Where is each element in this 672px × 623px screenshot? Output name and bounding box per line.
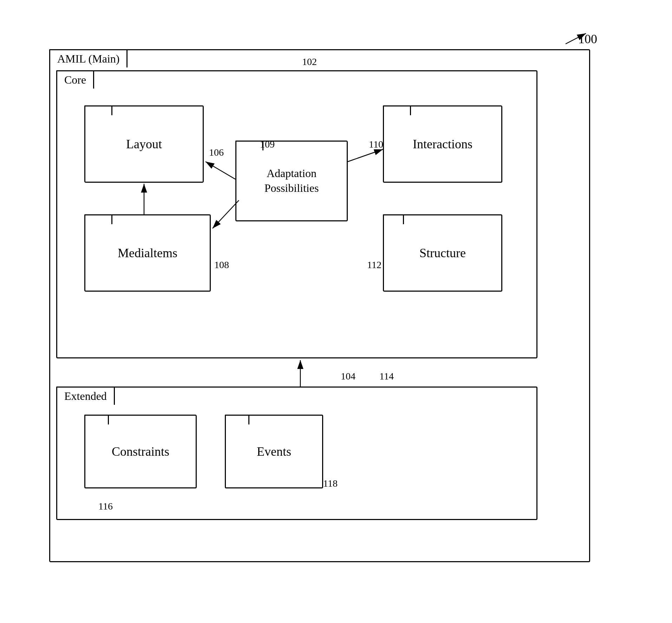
adaptation-box: Adaptation Possibilities <box>235 141 348 221</box>
layout-label: Layout <box>126 137 162 151</box>
amil-tab-label: AMIL (Main) <box>49 49 128 67</box>
interactions-label: Interactions <box>413 137 472 151</box>
events-box: Events <box>225 415 323 488</box>
adaptation-label: Adaptation Possibilities <box>265 166 319 195</box>
ref-114-label: 114 <box>379 371 394 382</box>
mediaitems-label: Medialtems <box>118 246 177 260</box>
interactions-box: Interactions <box>383 105 502 183</box>
layout-tab <box>84 105 112 115</box>
structure-label: Structure <box>419 246 466 260</box>
adaptation-tab <box>235 141 263 150</box>
ref-108-label: 108 <box>214 259 229 271</box>
constraints-label: Constraints <box>112 444 169 459</box>
layout-box: Layout <box>84 105 204 183</box>
ref-106-label: 106 <box>209 147 224 158</box>
constraints-tab <box>84 415 109 424</box>
structure-tab <box>383 214 404 224</box>
ref-118-label: 118 <box>323 478 338 489</box>
constraints-box: Constraints <box>84 415 197 488</box>
extended-tab-label: Extended <box>56 387 115 405</box>
events-label: Events <box>257 444 291 459</box>
mediaitems-tab <box>84 214 112 224</box>
ref-100-label: 100 <box>578 32 597 46</box>
diagram-container: 100 AMIL (Main) 102 Core Layout Medialte… <box>28 28 618 583</box>
ref-104-label: 104 <box>341 371 355 382</box>
ref-110-label: 110 <box>369 139 383 150</box>
interactions-tab <box>383 105 411 115</box>
structure-box: Structure <box>383 214 502 292</box>
events-tab <box>225 415 249 424</box>
ref-112-label: 112 <box>367 259 381 271</box>
ref-109-label: 109 <box>260 139 275 150</box>
ref-116-label: 116 <box>98 501 113 512</box>
mediaitems-box: Medialtems <box>84 214 211 292</box>
ref-102-label: 102 <box>302 56 317 67</box>
core-tab-label: Core <box>56 70 94 89</box>
